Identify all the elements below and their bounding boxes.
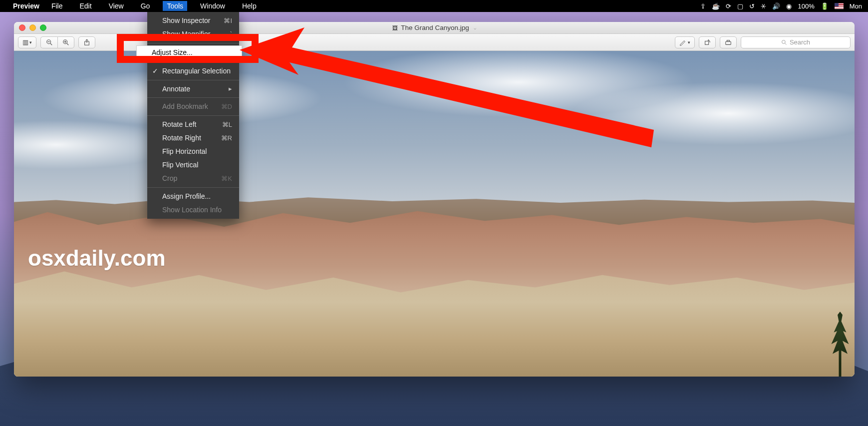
menu-item-flip-vertical[interactable]: Flip Vertical	[147, 158, 239, 172]
menu-view[interactable]: View	[105, 1, 128, 11]
image-sky	[14, 51, 855, 207]
traffic-lights	[19, 24, 46, 31]
menu-item-label: Assign Profile...	[162, 192, 211, 201]
menu-item-annotate[interactable]: Annotate▸	[147, 82, 239, 96]
svg-rect-9	[705, 41, 709, 44]
close-button[interactable]	[19, 24, 25, 31]
menu-tools[interactable]: Tools	[163, 1, 187, 11]
window-title[interactable]: 🖼 The Grand Canyon.jpg ⌵	[392, 24, 476, 31]
menu-item-rectangular-selection[interactable]: ✓Rectangular Selection	[147, 64, 239, 78]
zoom-in-button[interactable]	[57, 36, 74, 48]
document-icon: 🖼	[392, 25, 398, 31]
menu-shortcut: ⌘K	[221, 174, 232, 183]
status-icons: ⇪ ☕ ⟳ ▢ ↺ ⚹ 🔊 ◉ 100% 🔋 Mon	[700, 2, 862, 10]
share-button[interactable]	[78, 36, 95, 48]
menu-separator	[147, 43, 239, 43]
pen-icon	[679, 39, 686, 46]
zoom-out-button[interactable]	[40, 36, 57, 48]
menu-help[interactable]: Help	[238, 1, 261, 11]
menu-item-label: Flip Vertical	[162, 160, 198, 170]
toolbox-icon	[725, 39, 732, 46]
window-title-text: The Grand Canyon.jpg	[401, 24, 469, 31]
svg-line-13	[785, 43, 786, 44]
submenu-arrow-icon: ▸	[229, 84, 232, 93]
menu-file[interactable]: File	[47, 1, 67, 11]
svg-rect-11	[727, 40, 729, 41]
rotate-icon	[704, 39, 711, 46]
menu-separator	[147, 97, 239, 98]
sync-icon[interactable]: ⟳	[726, 2, 731, 10]
menu-item-label: Show Magnifier	[162, 29, 211, 39]
menu-shortcut: ⌘R	[221, 134, 232, 143]
menu-shortcut: `	[230, 30, 232, 39]
menu-item-label: Add Bookmark	[162, 102, 208, 111]
menu-item-adjust-size[interactable]: Adjust Size...	[136, 45, 242, 60]
battery-icon[interactable]: 🔋	[821, 2, 829, 10]
search-placeholder: Search	[790, 38, 810, 46]
display-icon[interactable]: ▢	[737, 2, 743, 10]
zoom-in-icon	[62, 39, 69, 46]
menu-item-label: Annotate	[162, 84, 190, 94]
menu-item-add-bookmark: Add Bookmark⌘D	[147, 100, 239, 113]
bluetooth-icon[interactable]: ⚹	[761, 2, 766, 10]
svg-line-1	[50, 43, 52, 45]
system-menubar: Preview File Edit View Go Tools Window H…	[0, 0, 868, 12]
menu-separator	[147, 115, 239, 116]
menu-go[interactable]: Go	[137, 1, 154, 11]
svg-rect-10	[726, 41, 731, 44]
menu-separator	[147, 80, 239, 80]
coffee-icon[interactable]: ☕	[712, 2, 720, 10]
menu-item-flip-horizontal[interactable]: Flip Horizontal	[147, 145, 239, 158]
image-canvas[interactable]: osxdaily.com	[14, 51, 855, 377]
volume-icon[interactable]: 🔊	[772, 2, 780, 10]
menu-item-show-magnifier[interactable]: Show Magnifier`	[147, 27, 239, 41]
maximize-button[interactable]	[40, 24, 46, 31]
menu-shortcut: ⌘I	[224, 16, 232, 25]
menu-edit[interactable]: Edit	[76, 1, 96, 11]
input-flag-icon[interactable]	[835, 3, 844, 9]
menu-item-crop: Crop⌘K	[147, 172, 239, 185]
chevron-down-icon[interactable]: ⌵	[474, 25, 476, 30]
menu-item-rotate-left[interactable]: Rotate Left⌘L	[147, 118, 239, 131]
preview-window: 🖼 The Grand Canyon.jpg ⌵ ▥ ▾ ▾	[14, 22, 855, 377]
wifi-icon[interactable]: ◉	[786, 2, 792, 10]
highlight-button[interactable]: ▾	[675, 36, 695, 48]
menu-item-label: Crop	[162, 174, 177, 183]
menu-window[interactable]: Window	[196, 1, 229, 11]
clock-day[interactable]: Mon	[850, 2, 862, 10]
airdrop-icon[interactable]: ⇪	[700, 2, 706, 10]
watermark-text: osxdaily.com	[28, 246, 166, 271]
menu-shortcut: ⌘D	[221, 102, 232, 111]
menu-item-label: Flip Horizontal	[162, 147, 207, 156]
menu-item-label: Show Inspector	[162, 16, 211, 25]
app-name[interactable]: Preview	[13, 2, 39, 10]
rotate-button[interactable]	[699, 36, 716, 48]
battery-percent[interactable]: 100%	[798, 2, 814, 10]
menu-shortcut: ⌘L	[222, 120, 232, 129]
window-titlebar[interactable]: 🖼 The Grand Canyon.jpg ⌵	[14, 22, 855, 34]
menu-item-show-inspector[interactable]: Show Inspector⌘I	[147, 14, 239, 27]
search-icon	[781, 39, 787, 45]
menu-item-label: Adjust Size...	[152, 48, 193, 57]
menu-separator	[147, 187, 239, 188]
share-icon	[83, 39, 90, 46]
tools-dropdown-menu: Show Inspector⌘IShow Magnifier`Adjust Si…	[147, 12, 239, 219]
menu-item-show-location-info: Show Location Info	[147, 203, 239, 217]
minimize-button[interactable]	[29, 24, 36, 31]
menu-item-label: Rectangular Selection	[162, 66, 231, 76]
check-icon: ✓	[152, 66, 158, 76]
svg-line-4	[67, 43, 69, 45]
zoom-out-icon	[46, 39, 53, 46]
search-input[interactable]: Search	[741, 36, 851, 48]
menu-item-label: Rotate Left	[162, 120, 197, 129]
markup-button[interactable]	[720, 36, 737, 48]
menu-item-assign-profile[interactable]: Assign Profile...	[147, 190, 239, 203]
menu-separator	[147, 62, 239, 62]
sidebar-toggle-button[interactable]: ▥ ▾	[18, 36, 36, 48]
svg-point-12	[782, 40, 785, 43]
timemachine-icon[interactable]: ↺	[749, 2, 755, 10]
menu-item-label: Rotate Right	[162, 133, 201, 143]
menu-item-label: Show Location Info	[162, 205, 222, 215]
menu-item-rotate-right[interactable]: Rotate Right⌘R	[147, 131, 239, 145]
